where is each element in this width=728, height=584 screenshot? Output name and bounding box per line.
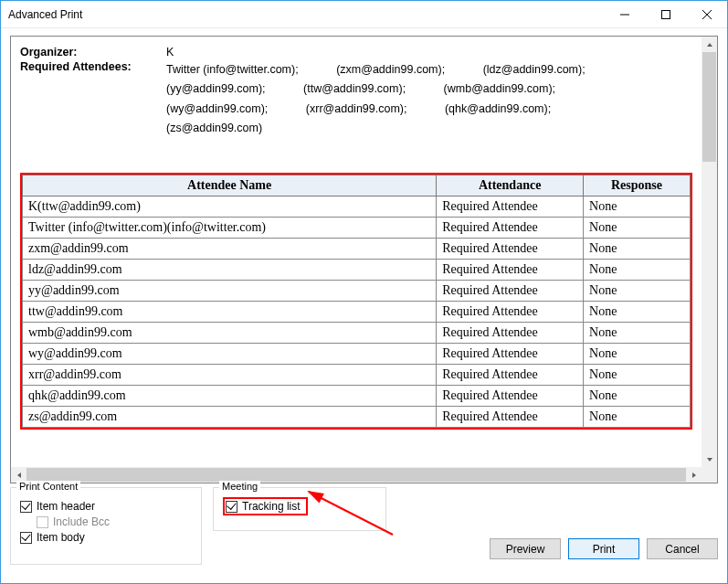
- print-button[interactable]: Print: [568, 538, 639, 559]
- table-cell: K(ttw@addin99.com): [23, 196, 437, 218]
- attendee-item: (wmb@addin99.com);: [444, 80, 555, 99]
- table-row: zxm@addin99.comRequired AttendeeNone: [23, 239, 691, 260]
- table-cell: Required Attendee: [437, 407, 584, 428]
- print-button-label: Print: [593, 543, 616, 556]
- svg-marker-5: [707, 458, 712, 462]
- preview-panel: Organizer: K Required Attendees: Twitter…: [10, 36, 718, 483]
- vertical-scroll-thumb[interactable]: [702, 52, 716, 162]
- table-cell: None: [584, 302, 691, 323]
- item-body-checkbox[interactable]: Item body: [20, 531, 192, 544]
- attendee-item: (yy@addin99.com);: [166, 80, 266, 99]
- svg-marker-4: [707, 43, 712, 47]
- preview-button[interactable]: Preview: [490, 538, 561, 559]
- table-cell: Required Attendee: [437, 239, 584, 260]
- titlebar: Advanced Print: [1, 1, 727, 28]
- tracking-list-highlight: Tracking list: [223, 497, 308, 515]
- table-cell: None: [584, 218, 691, 239]
- table-cell: Twitter (info@twitter.com)(info@twitter.…: [23, 218, 437, 239]
- preview-content: Organizer: K Required Attendees: Twitter…: [20, 46, 692, 458]
- attendee-item: (zxm@addin99.com);: [336, 60, 445, 80]
- include-bcc-checkbox: Include Bcc: [37, 515, 192, 528]
- table-cell: Required Attendee: [437, 218, 584, 239]
- table-row: xrr@addin99.comRequired AttendeeNone: [23, 365, 691, 386]
- col-attendee-name: Attendee Name: [23, 175, 437, 196]
- window-title: Advanced Print: [8, 8, 604, 21]
- checkbox-icon: [37, 516, 48, 528]
- table-cell: ttw@addin99.com: [23, 302, 437, 323]
- attendee-item: (wy@addin99.com);: [166, 100, 268, 119]
- table-row: yy@addin99.comRequired AttendeeNone: [23, 281, 691, 302]
- maximize-button[interactable]: [645, 1, 686, 27]
- close-button[interactable]: [686, 1, 727, 27]
- print-content-group: Print Content Item header Include Bcc It…: [10, 487, 202, 565]
- table-cell: qhk@addin99.com: [23, 386, 437, 407]
- table-cell: Required Attendee: [437, 302, 584, 323]
- table-cell: None: [584, 323, 691, 344]
- table-cell: None: [584, 281, 691, 302]
- table-cell: wy@addin99.com: [23, 344, 437, 365]
- table-row: K(ttw@addin99.com)Required AttendeeNone: [23, 196, 691, 218]
- item-body-label: Item body: [37, 531, 85, 544]
- table-cell: Required Attendee: [437, 344, 584, 365]
- checkbox-icon: [20, 532, 32, 544]
- item-header-label: Item header: [37, 500, 95, 513]
- svg-marker-6: [17, 473, 21, 478]
- preview-button-label: Preview: [506, 543, 545, 556]
- scroll-down-icon[interactable]: [702, 451, 717, 467]
- table-cell: None: [584, 239, 691, 260]
- scroll-corner: [702, 467, 717, 483]
- table-cell: None: [584, 196, 691, 218]
- item-header-checkbox[interactable]: Item header: [20, 500, 192, 513]
- attendee-item: (zs@addin99.com): [166, 119, 262, 138]
- table-cell: Required Attendee: [437, 260, 584, 281]
- table-cell: zs@addin99.com: [23, 407, 437, 428]
- checkbox-icon: [226, 501, 237, 513]
- attendee-item: (ldz@addin99.com);: [483, 60, 586, 80]
- attendee-item: Twitter (info@twitter.com);: [166, 60, 299, 80]
- table-cell: None: [584, 365, 691, 386]
- col-attendance: Attendance: [437, 175, 584, 196]
- attendee-item: (ttw@addin99.com);: [303, 80, 406, 99]
- cancel-button-label: Cancel: [665, 543, 699, 556]
- svg-marker-7: [692, 473, 696, 478]
- minimize-button[interactable]: [604, 1, 645, 27]
- attendees-value: Twitter (info@twitter.com); (zxm@addin99…: [166, 60, 692, 138]
- table-row: ttw@addin99.comRequired AttendeeNone: [23, 302, 691, 323]
- tracking-table-highlight: Attendee Name Attendance Response K(ttw@…: [20, 173, 692, 430]
- table-cell: None: [584, 386, 691, 407]
- table-cell: zxm@addin99.com: [23, 239, 437, 260]
- table-row: zs@addin99.comRequired AttendeeNone: [23, 407, 691, 428]
- table-row: ldz@addin99.comRequired AttendeeNone: [23, 260, 691, 281]
- organizer-value: K: [166, 46, 174, 58]
- table-cell: Required Attendee: [437, 323, 584, 344]
- meeting-group: Meeting Tracking list: [213, 487, 386, 531]
- scroll-right-icon[interactable]: [686, 467, 702, 483]
- include-bcc-label: Include Bcc: [53, 515, 110, 528]
- table-cell: Required Attendee: [437, 281, 584, 302]
- tracking-table: Attendee Name Attendance Response K(ttw@…: [22, 175, 691, 428]
- table-cell: None: [584, 260, 691, 281]
- checkbox-icon: [20, 501, 32, 513]
- table-cell: wmb@addin99.com: [23, 323, 437, 344]
- svg-rect-1: [661, 10, 670, 18]
- table-row: wmb@addin99.comRequired AttendeeNone: [23, 323, 691, 344]
- table-row: qhk@addin99.comRequired AttendeeNone: [23, 386, 691, 407]
- scroll-up-icon[interactable]: [702, 37, 717, 52]
- table-cell: xrr@addin99.com: [23, 365, 437, 386]
- table-cell: Required Attendee: [437, 386, 584, 407]
- organizer-label: Organizer:: [20, 46, 166, 58]
- print-content-label: Print Content: [16, 481, 80, 492]
- table-cell: yy@addin99.com: [23, 281, 437, 302]
- col-response: Response: [584, 175, 691, 196]
- vertical-scrollbar[interactable]: [702, 37, 717, 467]
- horizontal-scroll-thumb[interactable]: [26, 468, 686, 482]
- table-cell: Required Attendee: [437, 196, 584, 218]
- tracking-list-checkbox[interactable]: Tracking list: [226, 500, 301, 513]
- attendees-label: Required Attendees:: [20, 60, 166, 138]
- table-cell: Required Attendee: [437, 365, 584, 386]
- horizontal-scrollbar[interactable]: [11, 467, 702, 483]
- cancel-button[interactable]: Cancel: [647, 538, 718, 559]
- table-row: wy@addin99.comRequired AttendeeNone: [23, 344, 691, 365]
- tracking-list-label: Tracking list: [242, 500, 301, 513]
- table-row: Twitter (info@twitter.com)(info@twitter.…: [23, 218, 691, 239]
